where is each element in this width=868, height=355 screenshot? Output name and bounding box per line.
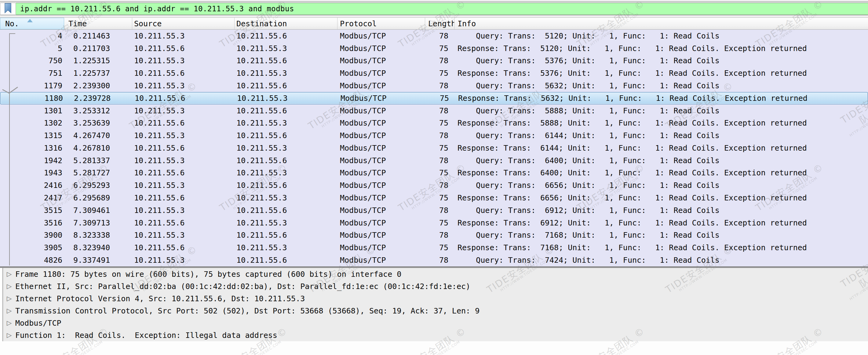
cell-info: Query: Trans: 5120; Unit: 1, Func: 1: Re… [455, 31, 868, 40]
column-header-time[interactable]: Time [64, 18, 132, 29]
cell-protocol: Modbus/TCP [338, 156, 425, 165]
cell-no: 1315 [0, 131, 64, 140]
cell-time: 3.253639 [64, 119, 132, 127]
cell-no: 1316 [0, 144, 64, 152]
cell-protocol: Modbus/TCP [338, 106, 425, 115]
cell-time: 7.309461 [64, 206, 132, 215]
cell-info: Response: Trans: 7168; Unit: 1, Func: 1:… [455, 243, 868, 252]
cell-info: Response: Trans: 6656; Unit: 1, Func: 1:… [455, 194, 868, 202]
packet-row[interactable]: 1301 3.253312 10.211.55.3 10.211.55.6 Mo… [0, 105, 868, 117]
cell-destination: 10.211.55.6 [235, 81, 338, 90]
cell-length: 75 [425, 69, 455, 78]
expand-triangle-icon[interactable]: ▷ [3, 295, 15, 302]
bookmark-icon [4, 3, 12, 14]
cell-info: Query: Trans: 6912; Unit: 1, Func: 1: Re… [455, 206, 868, 215]
cell-time: 1.225737 [64, 69, 132, 78]
expand-triangle-icon[interactable]: ▷ [3, 307, 15, 314]
cell-destination: 10.211.55.3 [235, 144, 338, 152]
cell-destination: 10.211.55.6 [235, 131, 338, 140]
display-filter-input[interactable]: ip.addr == 10.211.55.6 and ip.addr == 10… [16, 3, 868, 15]
cell-no: 3905 [0, 243, 64, 252]
packet-row[interactable]: 3516 7.309713 10.211.55.6 10.211.55.3 Mo… [0, 216, 868, 229]
cell-info: Query: Trans: 6144; Unit: 1, Func: 1: Re… [455, 131, 868, 140]
column-header-length[interactable]: Length [425, 18, 455, 29]
cell-length: 78 [425, 81, 455, 90]
column-header-source[interactable]: Source [132, 18, 235, 29]
cell-time: 0.211703 [64, 44, 132, 53]
detail-tree-row[interactable]: ▷ Internet Protocol Version 4, Src: 10.2… [3, 292, 868, 304]
cell-info: Query: Trans: 5632; Unit: 1, Func: 1: Re… [455, 81, 868, 90]
packet-row[interactable]: 2416 6.295293 10.211.55.3 10.211.55.6 Mo… [0, 179, 868, 191]
packet-row[interactable]: 1302 3.253639 10.211.55.6 10.211.55.3 Mo… [0, 117, 868, 129]
cell-length: 78 [425, 231, 455, 239]
cell-length: 75 [425, 243, 455, 252]
packet-list-header: No. Time Source Destination Protocol Len… [0, 18, 868, 30]
cell-time: 4.267470 [64, 131, 132, 140]
packet-row[interactable]: 1942 5.281337 10.211.55.3 10.211.55.6 Mo… [0, 154, 868, 167]
detail-row-label: Transmission Control Protocol, Src Port:… [15, 306, 479, 315]
packet-row[interactable]: 5 0.211703 10.211.55.6 10.211.55.3 Modbu… [0, 42, 868, 55]
cell-length: 75 [426, 94, 455, 102]
cell-info: Response: Trans: 6400; Unit: 1, Func: 1:… [455, 168, 868, 177]
cell-time: 3.253312 [64, 106, 132, 115]
packet-row[interactable]: 4826 9.337491 10.211.55.3 10.211.55.6 Mo… [0, 254, 868, 266]
expand-triangle-icon[interactable]: ▷ [3, 331, 15, 339]
filter-bookmark-button[interactable] [0, 3, 16, 15]
packet-row[interactable]: 3900 8.323338 10.211.55.3 10.211.55.6 Mo… [0, 229, 868, 242]
cell-time: 6.295293 [64, 181, 132, 190]
packet-row[interactable]: 1315 4.267470 10.211.55.3 10.211.55.6 Mo… [0, 129, 868, 142]
packet-row[interactable]: 1943 5.281727 10.211.55.6 10.211.55.3 Mo… [0, 167, 868, 179]
cell-protocol: Modbus/TCP [338, 181, 425, 190]
column-header-info[interactable]: Info [455, 18, 868, 29]
expand-triangle-icon[interactable]: ▷ [3, 270, 15, 278]
cell-source: 10.211.55.6 [132, 119, 235, 127]
packet-row[interactable]: 4 0.211463 10.211.55.3 10.211.55.6 Modbu… [0, 30, 868, 42]
detail-row-label: Internet Protocol Version 4, Src: 10.211… [15, 294, 305, 303]
packet-rows: 4 0.211463 10.211.55.3 10.211.55.6 Modbu… [0, 30, 868, 266]
packet-row[interactable]: 3515 7.309461 10.211.55.3 10.211.55.6 Mo… [0, 204, 868, 216]
cell-length: 78 [425, 131, 455, 140]
packet-row[interactable]: 750 1.225315 10.211.55.3 10.211.55.6 Mod… [0, 55, 868, 67]
cell-length: 78 [425, 181, 455, 190]
detail-tree-row[interactable]: ▷ Modbus/TCP [3, 317, 868, 329]
cell-source: 10.211.55.3 [132, 181, 235, 190]
column-header-protocol[interactable]: Protocol [338, 18, 425, 29]
detail-tree-row[interactable]: ▷ Function 1: Read Coils. Exception: Ill… [3, 329, 868, 341]
cell-source: 10.211.55.6 [132, 168, 235, 177]
packet-row[interactable]: 3905 8.323940 10.211.55.6 10.211.55.3 Mo… [0, 241, 868, 254]
packet-row[interactable]: 2417 6.295689 10.211.55.6 10.211.55.3 Mo… [0, 191, 868, 204]
cell-protocol: Modbus/TCP [338, 144, 425, 152]
cell-protocol: Modbus/TCP [338, 131, 425, 140]
cell-length: 75 [425, 218, 455, 227]
cell-no: 1180 [1, 94, 65, 102]
cell-no: 1943 [0, 168, 64, 177]
cell-source: 10.211.55.6 [132, 194, 235, 202]
packet-row[interactable]: 751 1.225737 10.211.55.6 10.211.55.3 Mod… [0, 67, 868, 80]
cell-source: 10.211.55.3 [132, 56, 235, 65]
column-header-destination[interactable]: Destination [235, 18, 338, 29]
column-header-no[interactable]: No. [0, 18, 64, 29]
cell-no: 3516 [0, 218, 64, 227]
detail-row-label: Frame 1180: 75 bytes on wire (600 bits),… [15, 270, 401, 278]
packet-row[interactable]: 1180 2.239728 10.211.55.6 10.211.55.3 Mo… [0, 92, 868, 105]
cell-protocol: Modbus/TCP [338, 218, 425, 227]
cell-no: 1179 [0, 81, 64, 90]
cell-destination: 10.211.55.6 [235, 31, 338, 40]
packet-row[interactable]: 1179 2.239300 10.211.55.3 10.211.55.6 Mo… [0, 80, 868, 92]
detail-tree-row[interactable]: ▷ Transmission Control Protocol, Src Por… [3, 304, 868, 317]
cell-info: Response: Trans: 5888; Unit: 1, Func: 1:… [455, 119, 868, 127]
detail-row-label: Ethernet II, Src: Parallel_dd:02:ba (00:… [15, 282, 470, 291]
cell-source: 10.211.55.3 [132, 156, 235, 165]
cell-destination: 10.211.55.6 [235, 106, 338, 115]
cell-time: 8.323338 [64, 231, 132, 239]
details-empty-area [0, 341, 868, 355]
packet-row[interactable]: 1316 4.267810 10.211.55.6 10.211.55.3 Mo… [0, 142, 868, 154]
cell-source: 10.211.55.3 [132, 206, 235, 215]
detail-tree-row[interactable]: ▷ Frame 1180: 75 bytes on wire (600 bits… [3, 268, 868, 280]
packet-list-pane: No. Time Source Destination Protocol Len… [0, 18, 868, 266]
expand-triangle-icon[interactable]: ▷ [3, 283, 15, 290]
detail-tree-row[interactable]: ▷ Ethernet II, Src: Parallel_dd:02:ba (0… [3, 280, 868, 292]
expand-triangle-icon[interactable]: ▷ [3, 319, 15, 327]
wireshark-window: ip.addr == 10.211.55.6 and ip.addr == 10… [0, 0, 868, 355]
cell-destination: 10.211.55.6 [235, 181, 338, 190]
